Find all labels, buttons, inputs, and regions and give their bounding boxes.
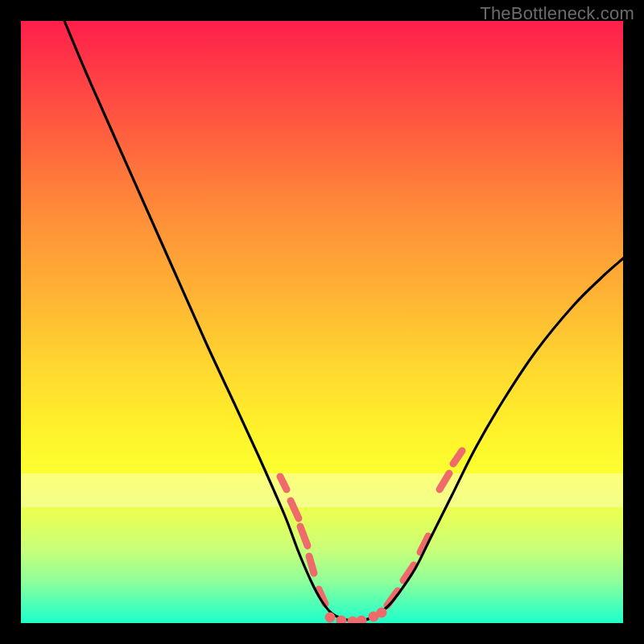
chart-plot-area	[21, 21, 623, 623]
chart-dot	[357, 616, 367, 624]
chart-frame: TheBottleneck.com	[0, 0, 644, 644]
chart-dash-segment	[291, 501, 299, 518]
chart-curve	[64, 21, 623, 621]
chart-dash-segment	[440, 473, 449, 489]
chart-dot-markers	[325, 608, 387, 624]
chart-svg	[21, 21, 623, 623]
chart-dash-segment	[280, 477, 287, 489]
chart-dash-segment	[300, 526, 308, 546]
chart-dash-segment	[309, 556, 314, 573]
chart-dot	[325, 613, 336, 623]
chart-dash-segment	[453, 451, 462, 464]
chart-dot	[377, 608, 387, 618]
chart-dot	[348, 617, 358, 624]
